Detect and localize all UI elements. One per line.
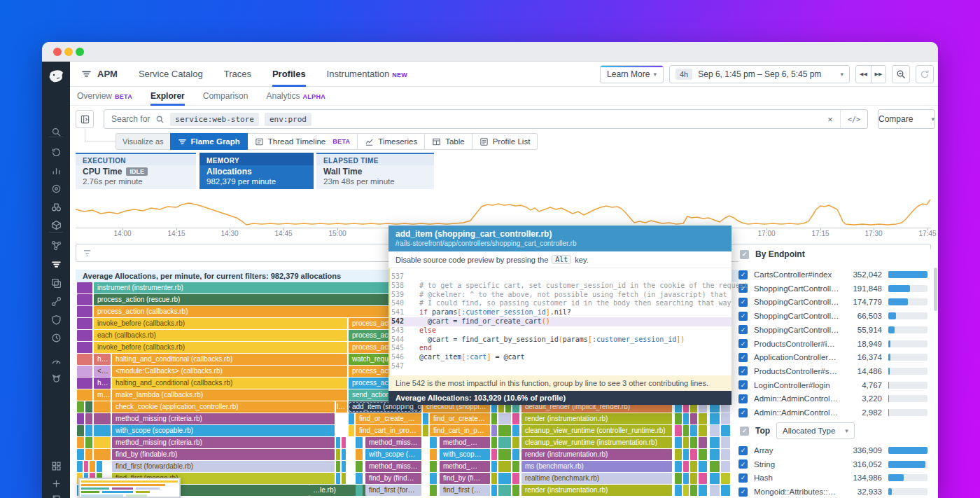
endpoint-checkbox[interactable]: ✓ [738, 312, 748, 321]
flame-frame[interactable] [690, 437, 697, 448]
flame-frame[interactable] [77, 306, 92, 317]
collapse-panel-button[interactable] [76, 110, 94, 128]
search-bar[interactable]: Search for service:web-storeenv:prod × <… [104, 109, 868, 129]
allocated-type-checkbox[interactable]: ✓ [738, 487, 748, 497]
endpoint-row[interactable]: ✓ProductsController#show14,486 [738, 364, 927, 378]
flame-frame[interactable] [94, 437, 111, 448]
flame-frame[interactable]: cleanup_view_runtime (instrumentation.rb… [522, 437, 672, 448]
allocated-type-row[interactable]: ✓String316,052 [738, 457, 927, 471]
maximize-window-button[interactable] [76, 48, 84, 56]
flame-frame[interactable] [683, 413, 689, 424]
flame-frame[interactable]: invoke_before (callbacks.rb) [94, 342, 347, 353]
flame-frame[interactable] [77, 461, 83, 472]
flame-frame[interactable] [675, 473, 682, 484]
flame-frame[interactable]: method_… [440, 461, 490, 472]
endpoint-checkbox[interactable]: ✓ [738, 394, 748, 403]
flame-frame[interactable]: find_by (fi… [440, 473, 490, 484]
flame-frame[interactable] [675, 425, 682, 436]
flame-frame[interactable] [683, 449, 689, 460]
flame-frame[interactable] [94, 413, 111, 424]
flame-frame[interactable]: method_missing (criteria.rb) [112, 437, 335, 448]
endpoint-row[interactable]: ✓LoginController#login4,767 [738, 378, 927, 392]
close-window-button[interactable] [53, 48, 62, 56]
flame-frame[interactable]: each (callbacks.rb) [94, 330, 347, 341]
time-backward-button[interactable]: ◀◀ [856, 66, 871, 83]
rum-windows-icon[interactable] [48, 275, 64, 291]
subnav-tab-explorer[interactable]: Explorer [150, 87, 185, 106]
flame-frame[interactable] [498, 413, 511, 424]
flame-frame[interactable]: realtime (benchmark.rb) [522, 473, 672, 484]
flame-frame[interactable]: method_missin… [365, 437, 421, 448]
flame-frame[interactable] [721, 437, 730, 448]
flame-frame[interactable] [675, 449, 682, 460]
flame-frame[interactable] [721, 449, 730, 460]
flame-frame[interactable] [77, 330, 92, 341]
flame-frame[interactable] [491, 425, 497, 436]
admin-grid-icon[interactable] [48, 457, 64, 474]
minimize-window-button[interactable] [64, 48, 73, 56]
flame-frame[interactable]: halting_and_conditional (callbacks.rb) [112, 378, 347, 389]
allocated-type-checkbox[interactable]: ✓ [738, 473, 748, 483]
flame-frame[interactable] [512, 461, 519, 472]
flame-frame[interactable] [721, 413, 730, 424]
flame-frame[interactable] [491, 461, 497, 472]
ci-clock-icon[interactable] [48, 329, 64, 346]
flame-frame[interactable]: halting_and_conditional (callbacks.rb) [112, 354, 347, 365]
flame-frame[interactable] [85, 425, 92, 436]
flame-frame[interactable] [77, 342, 92, 353]
flame-frame[interactable] [690, 461, 697, 472]
security-shield-icon[interactable] [48, 311, 64, 328]
flame-frame[interactable] [356, 437, 363, 448]
flame-frame[interactable] [675, 461, 682, 472]
flame-frame[interactable]: check_cookie (application_controller.rb) [112, 401, 335, 413]
flame-frame[interactable] [690, 449, 697, 460]
flame-frame[interactable] [675, 437, 682, 448]
flame-frame[interactable] [423, 413, 428, 424]
visualize-thread-timeline-button[interactable]: Thread TimelineBETA [248, 133, 358, 150]
flame-frame[interactable] [85, 449, 92, 460]
flame-frame[interactable] [721, 485, 730, 496]
flame-frame[interactable] [498, 449, 511, 460]
flame-frame[interactable]: method_missing (criteria.rb) [112, 413, 335, 424]
flame-frame[interactable]: find_first (forwardable.rb) [112, 461, 335, 472]
flame-frame[interactable] [690, 425, 697, 436]
flame-frame[interactable] [85, 413, 92, 424]
flame-frame[interactable]: render (instrumentation.rb) [522, 413, 672, 424]
flame-frame[interactable] [356, 461, 363, 472]
flame-frame[interactable]: l… [336, 401, 347, 413]
flame-frame[interactable] [491, 449, 497, 460]
flame-frame[interactable] [690, 485, 697, 496]
flame-frame[interactable] [85, 401, 92, 413]
flame-frame[interactable] [90, 461, 95, 472]
flame-frame[interactable] [77, 366, 92, 377]
zoom-out-button[interactable] [892, 65, 910, 83]
flame-frame[interactable] [683, 437, 689, 448]
flame-frame[interactable] [721, 473, 730, 484]
invite-plus-icon[interactable] [48, 475, 64, 492]
visualize-timeseries-button[interactable]: Timeseries [358, 133, 425, 150]
flame-frame[interactable] [498, 437, 511, 448]
flame-frame[interactable] [498, 473, 511, 484]
nav-tab-service-catalog[interactable]: Service Catalog [139, 62, 203, 87]
flame-frame[interactable] [512, 413, 519, 424]
endpoint-row[interactable]: ✓ProductsController#index18,949 [738, 337, 927, 351]
flame-frame[interactable]: render (instrumentation.rb) [522, 449, 672, 460]
endpoint-checkbox[interactable]: ✓ [738, 408, 748, 417]
flame-frame[interactable] [710, 485, 720, 496]
by-endpoint-checkbox[interactable]: ✓ [740, 250, 749, 259]
service-map-icon[interactable] [48, 237, 64, 254]
flame-frame[interactable] [512, 425, 519, 436]
endpoint-row[interactable]: ✓CartsController#index352,042 [738, 268, 927, 282]
flame-frame[interactable] [342, 437, 346, 448]
flame-frame[interactable] [498, 425, 511, 436]
flame-frame[interactable]: with_scop… [440, 449, 490, 460]
flame-frame[interactable] [699, 461, 707, 472]
flame-frame[interactable] [336, 437, 340, 448]
flame-frame[interactable] [699, 449, 707, 460]
flame-frame[interactable]: find_by (findable.rb) [112, 449, 335, 460]
refresh-button[interactable] [916, 65, 934, 83]
flame-frame[interactable] [77, 437, 84, 448]
endpoint-checkbox[interactable]: ✓ [738, 298, 748, 307]
flame-frame[interactable] [77, 378, 92, 389]
endpoint-checkbox[interactable]: ✓ [738, 353, 748, 362]
